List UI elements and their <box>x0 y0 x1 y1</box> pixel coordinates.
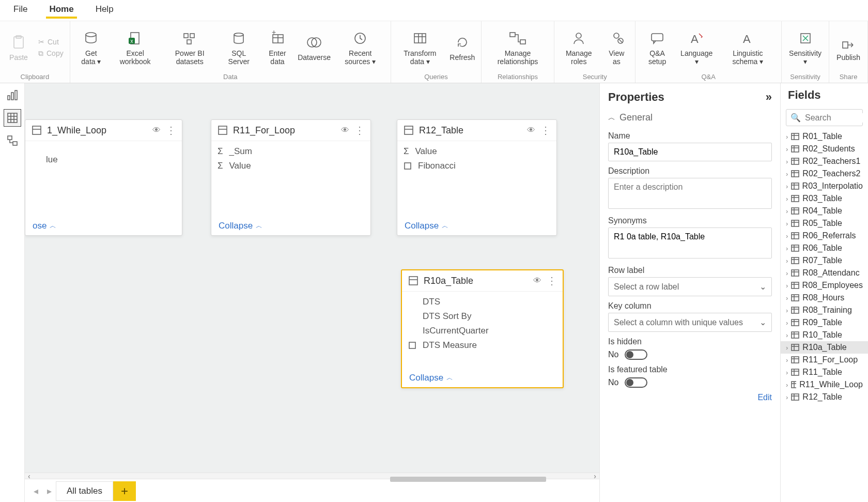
collapse-button[interactable]: ose︿ <box>25 217 182 235</box>
tab-prev-button[interactable]: ◂ <box>29 483 42 499</box>
field-name: R07_Table <box>802 256 842 265</box>
svg-rect-35 <box>8 113 17 123</box>
svg-rect-31 <box>843 42 848 48</box>
field-item[interactable]: ›R03_Interpolatio <box>781 180 868 192</box>
more-icon[interactable]: ⋮ <box>166 124 176 136</box>
model-canvas[interactable]: 1_While_Loop 👁 ⋮ lue ose︿ R11_For_Loop 👁… <box>25 83 599 473</box>
transform-button[interactable]: Transform data ▾ <box>395 27 445 68</box>
field-item[interactable]: ›R10a_Table <box>781 341 868 354</box>
publish-button[interactable]: Publish <box>833 32 863 64</box>
dataverse-button[interactable]: Dataverse <box>298 32 331 64</box>
field-item[interactable]: ›R11_While_Loop <box>781 378 868 391</box>
fields-search[interactable]: 🔍 <box>786 109 863 126</box>
field-item[interactable]: ›R03_Table <box>781 192 868 205</box>
name-input[interactable] <box>608 143 772 161</box>
dataverse-icon <box>305 34 323 51</box>
field-item[interactable]: ›R09_Table <box>781 316 868 329</box>
field-item[interactable]: ›R02_Teachers1 <box>781 155 868 168</box>
field-item[interactable]: ›R12_Table <box>781 391 868 403</box>
menu-help[interactable]: Help <box>92 2 117 19</box>
menu-home[interactable]: Home <box>46 2 76 19</box>
sql-button[interactable]: SQL Server <box>220 27 257 68</box>
sensitivity-button[interactable]: Sensitivity ▾ <box>786 27 825 68</box>
svg-text:A: A <box>743 33 751 45</box>
more-icon[interactable]: ⋮ <box>354 124 364 136</box>
field-item[interactable]: ›R11_Table <box>781 366 868 378</box>
table-card-while-loop[interactable]: 1_While_Loop 👁 ⋮ lue ose︿ <box>25 119 182 236</box>
card-title: R12_Table <box>419 125 522 136</box>
field-item[interactable]: ›R08_Attendanc <box>781 267 868 279</box>
synonyms-input[interactable] <box>608 227 772 258</box>
svg-text:x: x <box>130 38 133 44</box>
rowlabel-select[interactable]: Select a row label⌄ <box>608 277 772 296</box>
getdata-button[interactable]: Get data ▾ <box>74 27 108 68</box>
collapse-button[interactable]: Collapse︿ <box>402 369 563 387</box>
field-item[interactable]: ›R06_Table <box>781 242 868 254</box>
refresh-button[interactable]: Refresh <box>448 32 477 64</box>
description-input[interactable] <box>608 178 772 209</box>
search-icon: 🔍 <box>791 113 801 123</box>
paste-button[interactable]: Paste <box>4 32 33 64</box>
table-card-r12[interactable]: R12_Table 👁 ⋮ ΣValue Fibonacci Collapse︿ <box>397 119 557 236</box>
section-general[interactable]: ︿General <box>608 109 772 126</box>
field-item[interactable]: ›R02_Students <box>781 143 868 155</box>
visibility-icon[interactable]: 👁 <box>341 126 349 135</box>
field-item[interactable]: ›R10_Table <box>781 329 868 341</box>
linguistic-button[interactable]: ALinguistic schema ▾ <box>719 27 777 68</box>
recent-button[interactable]: Recent sources ▾ <box>334 27 386 68</box>
field-item[interactable]: ›R08_Employees <box>781 279 868 292</box>
horizontal-scrollbar[interactable]: ‹ › <box>25 473 599 479</box>
field-item[interactable]: ›R04_Table <box>781 205 868 217</box>
visibility-icon[interactable]: 👁 <box>533 276 541 285</box>
collapse-button[interactable]: Collapse︿ <box>211 217 370 235</box>
qasetup-button[interactable]: Q&A setup <box>640 27 675 68</box>
field-name: R06_Referrals <box>802 231 856 240</box>
collapse-button[interactable]: Collapse︿ <box>397 217 556 235</box>
field-name: R03_Interpolatio <box>802 181 863 191</box>
collapse-panel-icon[interactable]: » <box>766 90 772 104</box>
manage-roles-button[interactable]: Manage roles <box>559 27 599 68</box>
menu-file[interactable]: File <box>10 2 30 19</box>
visibility-icon[interactable]: 👁 <box>152 126 161 135</box>
table-card-r10a[interactable]: R10a_Table 👁 ⋮ DTS DTS Sort By IsCurrent… <box>401 269 564 388</box>
language-button[interactable]: ALanguage ▾ <box>678 27 716 68</box>
field-item[interactable]: ›R11_For_Loop <box>781 354 868 366</box>
table-card-for-loop[interactable]: R11_For_Loop 👁 ⋮ Σ_Sum ΣValue Collapse︿ <box>211 119 371 236</box>
report-view-button[interactable] <box>4 86 21 104</box>
model-view-button[interactable] <box>4 132 21 149</box>
data-view-button[interactable] <box>4 109 21 127</box>
table-icon <box>791 331 799 339</box>
edit-link[interactable]: Edit <box>608 393 772 402</box>
field-item[interactable]: ›R08_Hours <box>781 292 868 304</box>
pbi-datasets-button[interactable]: Power BI datasets <box>162 27 217 68</box>
excel-button[interactable]: xExcel workbook <box>111 27 159 68</box>
viewas-button[interactable]: View as <box>602 27 631 68</box>
page-tab-alltables[interactable]: All tables <box>56 481 113 501</box>
manage-rel-button[interactable]: Manage relationships <box>486 27 550 68</box>
keycolumn-select[interactable]: Select a column with unique values⌄ <box>608 313 772 332</box>
field-name: R05_Table <box>802 219 842 228</box>
cut-button[interactable]: ✂Cut <box>36 37 66 47</box>
svg-text:A: A <box>691 33 699 45</box>
copy-button[interactable]: ⧉Copy <box>36 48 66 59</box>
field-item[interactable]: ›R01_Table <box>781 130 868 143</box>
add-page-button[interactable]: + <box>113 481 136 501</box>
visibility-icon[interactable]: 👁 <box>527 126 535 135</box>
field-item[interactable]: ›R06_Referrals <box>781 230 868 242</box>
field-item[interactable]: ›R02_Teachers2 <box>781 168 868 180</box>
ishidden-toggle[interactable] <box>625 349 647 360</box>
more-icon[interactable]: ⋮ <box>540 124 550 136</box>
svg-line-26 <box>618 39 623 43</box>
table-icon <box>791 344 799 351</box>
svg-point-2 <box>86 33 96 37</box>
search-input[interactable] <box>805 113 868 123</box>
tab-next-button[interactable]: ▸ <box>42 483 56 499</box>
chevron-right-icon: › <box>786 307 788 314</box>
field-item[interactable]: ›R08_Training <box>781 304 868 316</box>
card-title: R11_For_Loop <box>233 125 336 136</box>
more-icon[interactable]: ⋮ <box>547 275 556 287</box>
isfeatured-toggle[interactable] <box>625 377 647 388</box>
enterdata-button[interactable]: +Enter data <box>260 27 294 68</box>
field-item[interactable]: ›R05_Table <box>781 217 868 230</box>
field-item[interactable]: ›R07_Table <box>781 254 868 267</box>
